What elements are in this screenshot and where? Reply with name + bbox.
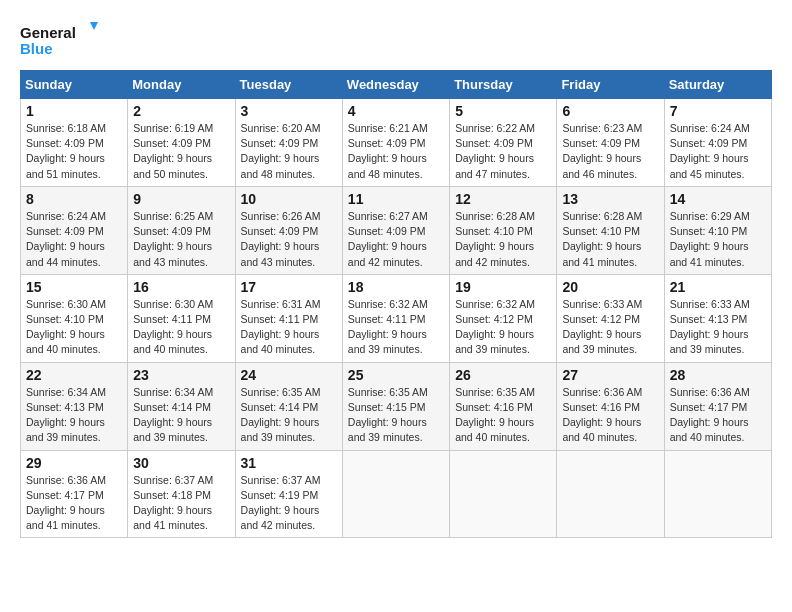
day-number: 4: [348, 103, 444, 119]
day-info: Sunrise: 6:36 AMSunset: 4:17 PMDaylight:…: [670, 385, 766, 446]
day-number: 28: [670, 367, 766, 383]
calendar-cell: 21Sunrise: 6:33 AMSunset: 4:13 PMDayligh…: [664, 274, 771, 362]
day-info: Sunrise: 6:28 AMSunset: 4:10 PMDaylight:…: [562, 209, 658, 270]
day-number: 26: [455, 367, 551, 383]
week-row-2: 8Sunrise: 6:24 AMSunset: 4:09 PMDaylight…: [21, 186, 772, 274]
weekday-header-wednesday: Wednesday: [342, 71, 449, 99]
day-number: 25: [348, 367, 444, 383]
day-number: 22: [26, 367, 122, 383]
day-info: Sunrise: 6:32 AMSunset: 4:12 PMDaylight:…: [455, 297, 551, 358]
calendar-cell: 29Sunrise: 6:36 AMSunset: 4:17 PMDayligh…: [21, 450, 128, 538]
day-info: Sunrise: 6:19 AMSunset: 4:09 PMDaylight:…: [133, 121, 229, 182]
calendar-cell: 13Sunrise: 6:28 AMSunset: 4:10 PMDayligh…: [557, 186, 664, 274]
calendar-cell: 7Sunrise: 6:24 AMSunset: 4:09 PMDaylight…: [664, 99, 771, 187]
calendar-cell: 25Sunrise: 6:35 AMSunset: 4:15 PMDayligh…: [342, 362, 449, 450]
day-info: Sunrise: 6:25 AMSunset: 4:09 PMDaylight:…: [133, 209, 229, 270]
svg-text:Blue: Blue: [20, 40, 53, 57]
page-header: GeneralBlue: [20, 20, 772, 60]
day-info: Sunrise: 6:33 AMSunset: 4:13 PMDaylight:…: [670, 297, 766, 358]
day-number: 18: [348, 279, 444, 295]
day-info: Sunrise: 6:23 AMSunset: 4:09 PMDaylight:…: [562, 121, 658, 182]
day-info: Sunrise: 6:33 AMSunset: 4:12 PMDaylight:…: [562, 297, 658, 358]
calendar-cell: 16Sunrise: 6:30 AMSunset: 4:11 PMDayligh…: [128, 274, 235, 362]
week-row-1: 1Sunrise: 6:18 AMSunset: 4:09 PMDaylight…: [21, 99, 772, 187]
day-number: 17: [241, 279, 337, 295]
day-number: 7: [670, 103, 766, 119]
calendar-cell: 1Sunrise: 6:18 AMSunset: 4:09 PMDaylight…: [21, 99, 128, 187]
day-number: 31: [241, 455, 337, 471]
calendar-cell: 3Sunrise: 6:20 AMSunset: 4:09 PMDaylight…: [235, 99, 342, 187]
day-number: 14: [670, 191, 766, 207]
week-row-3: 15Sunrise: 6:30 AMSunset: 4:10 PMDayligh…: [21, 274, 772, 362]
day-number: 3: [241, 103, 337, 119]
weekday-header-row: SundayMondayTuesdayWednesdayThursdayFrid…: [21, 71, 772, 99]
calendar-cell: 10Sunrise: 6:26 AMSunset: 4:09 PMDayligh…: [235, 186, 342, 274]
day-number: 23: [133, 367, 229, 383]
day-number: 29: [26, 455, 122, 471]
logo: GeneralBlue: [20, 20, 100, 60]
day-info: Sunrise: 6:28 AMSunset: 4:10 PMDaylight:…: [455, 209, 551, 270]
calendar-cell: 5Sunrise: 6:22 AMSunset: 4:09 PMDaylight…: [450, 99, 557, 187]
day-info: Sunrise: 6:35 AMSunset: 4:14 PMDaylight:…: [241, 385, 337, 446]
week-row-5: 29Sunrise: 6:36 AMSunset: 4:17 PMDayligh…: [21, 450, 772, 538]
calendar-cell: 14Sunrise: 6:29 AMSunset: 4:10 PMDayligh…: [664, 186, 771, 274]
day-info: Sunrise: 6:30 AMSunset: 4:11 PMDaylight:…: [133, 297, 229, 358]
day-number: 15: [26, 279, 122, 295]
day-number: 27: [562, 367, 658, 383]
day-info: Sunrise: 6:22 AMSunset: 4:09 PMDaylight:…: [455, 121, 551, 182]
calendar-cell: 17Sunrise: 6:31 AMSunset: 4:11 PMDayligh…: [235, 274, 342, 362]
day-info: Sunrise: 6:21 AMSunset: 4:09 PMDaylight:…: [348, 121, 444, 182]
day-info: Sunrise: 6:37 AMSunset: 4:19 PMDaylight:…: [241, 473, 337, 534]
day-number: 8: [26, 191, 122, 207]
day-number: 2: [133, 103, 229, 119]
day-info: Sunrise: 6:31 AMSunset: 4:11 PMDaylight:…: [241, 297, 337, 358]
calendar-cell: [342, 450, 449, 538]
day-info: Sunrise: 6:27 AMSunset: 4:09 PMDaylight:…: [348, 209, 444, 270]
day-number: 6: [562, 103, 658, 119]
calendar-cell: 4Sunrise: 6:21 AMSunset: 4:09 PMDaylight…: [342, 99, 449, 187]
day-number: 5: [455, 103, 551, 119]
calendar-cell: 2Sunrise: 6:19 AMSunset: 4:09 PMDaylight…: [128, 99, 235, 187]
day-info: Sunrise: 6:26 AMSunset: 4:09 PMDaylight:…: [241, 209, 337, 270]
day-number: 9: [133, 191, 229, 207]
logo-icon: GeneralBlue: [20, 20, 100, 60]
weekday-header-saturday: Saturday: [664, 71, 771, 99]
calendar-cell: 26Sunrise: 6:35 AMSunset: 4:16 PMDayligh…: [450, 362, 557, 450]
calendar-cell: 28Sunrise: 6:36 AMSunset: 4:17 PMDayligh…: [664, 362, 771, 450]
weekday-header-thursday: Thursday: [450, 71, 557, 99]
svg-text:General: General: [20, 24, 76, 41]
day-number: 11: [348, 191, 444, 207]
day-number: 16: [133, 279, 229, 295]
day-info: Sunrise: 6:20 AMSunset: 4:09 PMDaylight:…: [241, 121, 337, 182]
day-info: Sunrise: 6:32 AMSunset: 4:11 PMDaylight:…: [348, 297, 444, 358]
day-info: Sunrise: 6:37 AMSunset: 4:18 PMDaylight:…: [133, 473, 229, 534]
week-row-4: 22Sunrise: 6:34 AMSunset: 4:13 PMDayligh…: [21, 362, 772, 450]
day-info: Sunrise: 6:36 AMSunset: 4:16 PMDaylight:…: [562, 385, 658, 446]
calendar-cell: [664, 450, 771, 538]
day-number: 13: [562, 191, 658, 207]
day-info: Sunrise: 6:30 AMSunset: 4:10 PMDaylight:…: [26, 297, 122, 358]
day-info: Sunrise: 6:18 AMSunset: 4:09 PMDaylight:…: [26, 121, 122, 182]
day-number: 12: [455, 191, 551, 207]
day-info: Sunrise: 6:35 AMSunset: 4:16 PMDaylight:…: [455, 385, 551, 446]
day-info: Sunrise: 6:36 AMSunset: 4:17 PMDaylight:…: [26, 473, 122, 534]
day-number: 1: [26, 103, 122, 119]
day-number: 30: [133, 455, 229, 471]
day-info: Sunrise: 6:24 AMSunset: 4:09 PMDaylight:…: [26, 209, 122, 270]
calendar-table: SundayMondayTuesdayWednesdayThursdayFrid…: [20, 70, 772, 538]
day-number: 19: [455, 279, 551, 295]
calendar-cell: 8Sunrise: 6:24 AMSunset: 4:09 PMDaylight…: [21, 186, 128, 274]
calendar-cell: 27Sunrise: 6:36 AMSunset: 4:16 PMDayligh…: [557, 362, 664, 450]
calendar-cell: 9Sunrise: 6:25 AMSunset: 4:09 PMDaylight…: [128, 186, 235, 274]
calendar-cell: 31Sunrise: 6:37 AMSunset: 4:19 PMDayligh…: [235, 450, 342, 538]
weekday-header-monday: Monday: [128, 71, 235, 99]
calendar-cell: 24Sunrise: 6:35 AMSunset: 4:14 PMDayligh…: [235, 362, 342, 450]
day-info: Sunrise: 6:29 AMSunset: 4:10 PMDaylight:…: [670, 209, 766, 270]
day-info: Sunrise: 6:35 AMSunset: 4:15 PMDaylight:…: [348, 385, 444, 446]
day-number: 10: [241, 191, 337, 207]
calendar-cell: 22Sunrise: 6:34 AMSunset: 4:13 PMDayligh…: [21, 362, 128, 450]
calendar-cell: 20Sunrise: 6:33 AMSunset: 4:12 PMDayligh…: [557, 274, 664, 362]
day-info: Sunrise: 6:24 AMSunset: 4:09 PMDaylight:…: [670, 121, 766, 182]
calendar-cell: 19Sunrise: 6:32 AMSunset: 4:12 PMDayligh…: [450, 274, 557, 362]
day-number: 24: [241, 367, 337, 383]
